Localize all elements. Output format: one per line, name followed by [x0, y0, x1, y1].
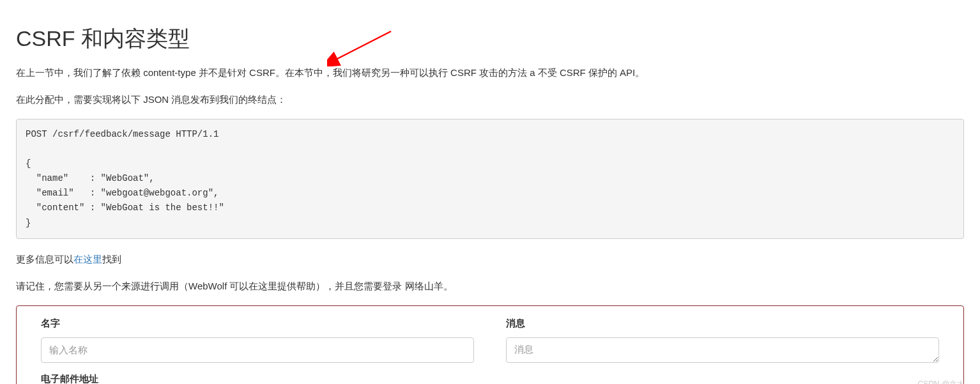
message-textarea[interactable] [506, 337, 939, 363]
feedback-form-panel: 名字 电子邮件地址 消息 [16, 305, 964, 384]
more-info-link[interactable]: 在这里 [73, 254, 102, 265]
page-title: CSRF 和内容类型 [16, 24, 964, 54]
more-info-prefix: 更多信息可以 [16, 254, 73, 265]
reminder-paragraph: 请记住，您需要从另一个来源进行调用（WebWolf 可以在这里提供帮助），并且您… [16, 279, 964, 294]
message-label: 消息 [506, 318, 939, 330]
name-label: 名字 [41, 318, 474, 330]
more-info-paragraph: 更多信息可以在这里找到 [16, 252, 964, 267]
code-block: POST /csrf/feedback/message HTTP/1.1 { "… [16, 119, 964, 239]
intro-paragraph-1: 在上一节中，我们了解了依赖 content-type 并不是针对 CSRF。在本… [16, 65, 964, 81]
name-input[interactable] [41, 337, 474, 363]
more-info-suffix: 找到 [102, 254, 121, 265]
email-label: 电子邮件地址 [41, 373, 474, 384]
intro-paragraph-2: 在此分配中，需要实现将以下 JSON 消息发布到我们的终结点： [16, 92, 964, 107]
